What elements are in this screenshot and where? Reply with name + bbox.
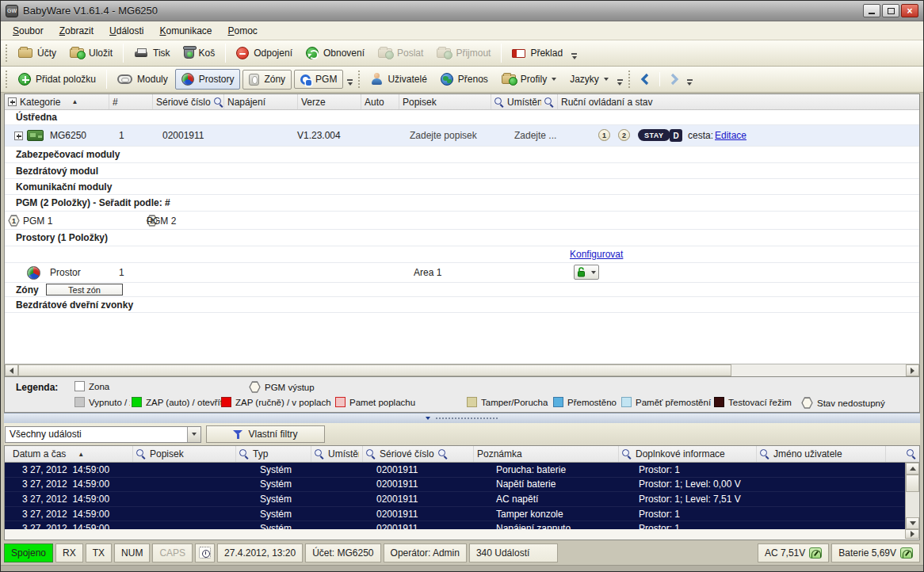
back-button[interactable] — [635, 70, 655, 89]
search-icon[interactable] — [315, 449, 324, 459]
menu-udalosti[interactable]: Události — [102, 23, 151, 39]
languages-button[interactable]: Jazyky — [563, 70, 615, 89]
close-button[interactable]: × — [901, 4, 918, 17]
toolbar-overflow-button[interactable] — [346, 69, 354, 90]
toolbar-overflow-button[interactable] — [685, 69, 694, 90]
menu-pomoc[interactable]: Pomoc — [221, 23, 265, 39]
menu-zobrazit[interactable]: Zobrazit — [52, 23, 101, 39]
scrollbar-thumb[interactable] — [18, 364, 731, 376]
title-bar[interactable]: GW BabyWare V1.61.4 - MG6250 × — [1, 1, 923, 21]
d-badge[interactable]: D — [670, 129, 682, 142]
search-icon[interactable] — [622, 449, 632, 459]
area-location[interactable]: Area 1 — [414, 267, 441, 278]
events-filter-dropdown[interactable]: Všechny události — [5, 426, 201, 443]
column-umisteni[interactable]: Umístění — [311, 446, 363, 462]
scrollbar-thumb[interactable] — [906, 475, 919, 492]
column-poznamka[interactable]: Poznámka — [474, 446, 619, 462]
device-location[interactable]: Zadejte ... — [514, 130, 556, 141]
area1-badge[interactable]: 1 — [598, 129, 610, 141]
toolbar-grip[interactable] — [5, 70, 9, 89]
column-popisek[interactable]: Popisek — [399, 94, 491, 109]
device-row-mg6250[interactable]: MG6250 1 02001911 V1.23.004 Zadejte popi… — [5, 125, 919, 147]
menu-soubor[interactable]: Soubor — [6, 23, 51, 39]
translate-button[interactable]: Překlad — [506, 44, 569, 63]
events-hscrollbar[interactable] — [4, 529, 920, 540]
maximize-button[interactable] — [882, 4, 899, 17]
forward-button[interactable] — [664, 70, 685, 89]
event-row[interactable]: 3 27, 2012 14:59:00 Systém 02001911 Napě… — [5, 478, 904, 493]
column-seriove[interactable]: Sériové číslo — [363, 446, 474, 462]
add-item-button[interactable]: Přidat položku — [12, 69, 102, 90]
module-table-hscrollbar[interactable] — [4, 364, 920, 377]
event-row[interactable]: 3 27, 2012 14:59:00 Systém 02001911 Tamp… — [5, 507, 904, 522]
scroll-right-button[interactable] — [905, 529, 919, 539]
column-manual-control[interactable]: Ruční ovládaní a stav — [558, 94, 919, 109]
search-icon[interactable] — [438, 449, 448, 459]
search-icon[interactable] — [136, 449, 146, 459]
toolbar-overflow-button[interactable] — [616, 69, 624, 90]
area-row[interactable]: Prostor 1 Area 1 — [5, 263, 919, 283]
stay-badge[interactable]: STAY — [638, 129, 670, 141]
area2-badge[interactable]: 2 — [618, 129, 630, 141]
toolbar-overflow-button[interactable] — [570, 43, 578, 63]
column-serial[interactable]: Sériové číslo — [153, 94, 224, 109]
scroll-up-button[interactable] — [906, 463, 919, 475]
column-power[interactable]: Napájení — [224, 94, 298, 109]
search-icon[interactable] — [907, 449, 916, 459]
column-typ[interactable]: Typ — [236, 446, 311, 462]
search-icon[interactable] — [366, 449, 376, 459]
areas-button[interactable]: Prostory — [175, 69, 241, 90]
disconnect-button[interactable]: Odpojení — [230, 43, 299, 63]
scrollbar-track[interactable] — [731, 364, 906, 376]
search-icon[interactable] — [239, 449, 249, 459]
expand-all-icon[interactable] — [8, 97, 17, 106]
events-vscrollbar[interactable] — [905, 463, 919, 529]
column-extra[interactable] — [886, 446, 919, 462]
pgm1-label[interactable]: PGM 1 — [23, 215, 52, 227]
column-doplnkove[interactable]: Doplnkové informace — [619, 446, 757, 462]
print-button[interactable]: Tisk — [128, 44, 177, 63]
area-name[interactable]: Prostor — [50, 267, 81, 278]
arm-state-dropdown[interactable] — [574, 265, 599, 280]
save-button[interactable]: Uložit — [63, 44, 119, 63]
pgm1-badge[interactable]: 1 — [8, 215, 20, 227]
column-kategorie[interactable]: Kategorie▲ — [5, 94, 109, 109]
scroll-left-button[interactable] — [5, 364, 18, 376]
minimize-button[interactable] — [863, 4, 880, 17]
accounts-button[interactable]: Účty — [12, 44, 63, 63]
dropdown-button[interactable] — [187, 427, 200, 442]
event-row[interactable]: 3 27, 2012 14:59:00 Systém 02001911 Poru… — [5, 463, 904, 478]
konfigurovat-link[interactable]: Konfigurovat — [570, 249, 623, 260]
search-icon[interactable] — [544, 97, 554, 107]
scrollbar-track[interactable] — [906, 492, 919, 517]
search-icon[interactable] — [214, 97, 223, 107]
device-name[interactable]: MG6250 — [50, 130, 86, 141]
column-datum[interactable]: Datum a čas▲ — [5, 446, 133, 462]
transfer-button[interactable]: Přenos — [434, 69, 494, 90]
pgm-button[interactable]: PGM — [294, 70, 343, 89]
profiles-button[interactable]: Profily — [495, 70, 563, 89]
column-location[interactable]: Umístění — [491, 94, 558, 109]
refresh-button[interactable]: Obnovení — [300, 43, 371, 63]
trash-button[interactable]: Koš — [178, 44, 222, 63]
event-row[interactable]: 3 27, 2012 14:59:00 Systém 02001911 AC n… — [5, 492, 904, 507]
splitter-grip[interactable] — [435, 417, 498, 420]
menu-komunikace[interactable]: Komunikace — [152, 23, 219, 39]
column-jmeno[interactable]: Jméno uživatele — [757, 446, 886, 462]
column-popisek[interactable]: Popisek — [133, 446, 236, 462]
test-zones-button[interactable]: Test zón — [46, 284, 123, 296]
column-version[interactable]: Verze — [298, 94, 361, 109]
column-auto[interactable]: Auto — [361, 94, 399, 109]
search-icon[interactable] — [494, 97, 504, 107]
modules-button[interactable]: Moduly — [111, 70, 174, 89]
column-number[interactable]: # — [109, 94, 153, 109]
search-icon[interactable] — [760, 449, 769, 459]
device-popisek[interactable]: Zadejte popisek — [410, 130, 477, 141]
event-row[interactable]: 3 27, 2012 14:59:00 Systém 02001911 Napá… — [5, 521, 904, 529]
panel-splitter[interactable] — [4, 413, 920, 423]
collapse-down-icon[interactable] — [426, 417, 430, 420]
expand-toggle[interactable] — [14, 132, 23, 143]
zones-button[interactable]: Zóny — [242, 70, 292, 90]
pgm2-label[interactable]: PGM 2 — [147, 215, 176, 227]
scroll-right-button[interactable] — [906, 364, 919, 376]
